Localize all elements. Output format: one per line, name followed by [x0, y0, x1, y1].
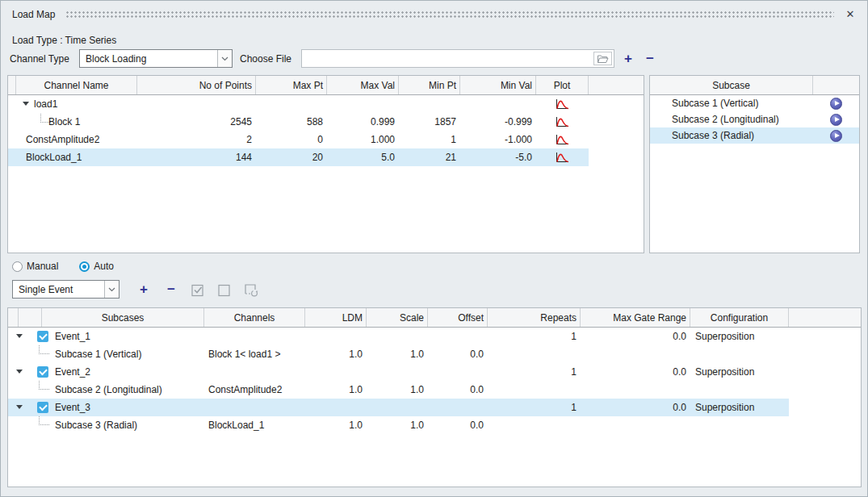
channel-name: load1	[34, 98, 57, 110]
col-empty	[589, 76, 644, 94]
channel-ref: ConstAmplitude2	[204, 384, 305, 395]
subcase-label: Subcase 3 (Radial)	[55, 420, 137, 431]
col-max-pt: Max Pt	[256, 76, 327, 94]
subcase-label: Subcase 1 (Vertical)	[55, 349, 141, 360]
col-max-gate-range: Max Gate Range	[581, 308, 690, 327]
plot-curve-icon[interactable]	[556, 152, 569, 163]
channels-table-header: Channel Name No of Points Max Pt Max Val…	[8, 76, 644, 95]
event-row[interactable]: Event_2 1 0.0 Superposition	[8, 363, 789, 381]
choose-file-input[interactable]	[301, 49, 614, 68]
table-row[interactable]: Block 1 2545 588 0.999 1857 -0.999	[8, 113, 589, 131]
play-icon[interactable]	[830, 130, 842, 142]
channel-name: Block 1	[48, 116, 80, 127]
header-checkbox-gutter	[19, 308, 42, 327]
event-row-selected[interactable]: Event_3 1 0.0 Superposition	[8, 399, 789, 416]
event-type-value: Single Event	[13, 284, 104, 295]
col-channels: Channels	[204, 308, 305, 327]
remove-event-button[interactable]: −	[161, 280, 181, 298]
load-map-dialog: Load Map ✕ Load Type : Time Series Chann…	[0, 0, 868, 497]
subcase-table: Subcase Subcase 1 (Vertical) Subcase 2 (…	[649, 75, 860, 253]
channel-name: BlockLoad_1	[26, 152, 82, 163]
header-expander-gutter	[8, 308, 19, 327]
table-row-selected[interactable]: BlockLoad_1 144 20 5.0 21 -5.0	[8, 148, 589, 166]
col-empty	[813, 76, 859, 94]
tree-expander-icon[interactable]	[16, 334, 23, 338]
event-row[interactable]: Event_1 1 0.0 Superposition	[8, 328, 789, 345]
radio-manual[interactable]: Manual	[12, 261, 58, 272]
subcase-name: Subcase 2 (Longitudinal)	[650, 114, 813, 125]
col-channel-name: Channel Name	[16, 76, 137, 94]
channel-name: ConstAmplitude2	[26, 134, 99, 145]
subcase-row[interactable]: Subcase 1 (Vertical)	[650, 95, 859, 111]
subcase-name: Subcase 1 (Vertical)	[650, 98, 813, 109]
col-min-pt: Min Pt	[399, 76, 460, 94]
tree-connector	[39, 381, 49, 390]
event-type-dropdown[interactable]: Single Event	[12, 280, 120, 299]
subcase-row[interactable]: Subcase 2 (Longitudinal)	[650, 111, 859, 127]
event-subcase-row[interactable]: Subcase 3 (Radial) BlockLoad_1 1.0 1.0 0…	[8, 416, 789, 434]
event-label: Event_1	[55, 331, 90, 342]
tree-expander-icon[interactable]	[23, 102, 29, 106]
event-checkbox-checked[interactable]	[37, 366, 48, 378]
col-subcase: Subcase	[650, 76, 813, 94]
file-path-field[interactable]	[302, 50, 598, 67]
col-offset: Offset	[428, 308, 488, 327]
choose-file-label: Choose File	[240, 53, 291, 65]
event-label: Event_3	[55, 402, 90, 413]
radio-auto[interactable]: Auto	[79, 261, 114, 272]
tree-connector	[39, 416, 49, 425]
radio-off-icon[interactable]	[12, 261, 23, 272]
tree-connector	[39, 345, 49, 354]
col-ldm: LDM	[305, 308, 367, 327]
col-plot: Plot	[536, 76, 589, 94]
subcase-label: Subcase 2 (Longitudinal)	[55, 384, 162, 395]
plot-curve-icon[interactable]	[556, 134, 569, 145]
radio-manual-label: Manual	[27, 261, 58, 272]
header-expander-gutter	[8, 76, 16, 94]
load-type-label: Load Type : Time Series	[12, 35, 116, 46]
event-subcase-row[interactable]: Subcase 2 (Longitudinal) ConstAmplitude2…	[8, 381, 789, 399]
channel-ref: BlockLoad_1	[204, 420, 305, 431]
remove-channel-button[interactable]: −	[641, 49, 659, 67]
play-icon[interactable]	[830, 114, 842, 126]
table-row[interactable]: ConstAmplitude2 2 0 1.000 1 -1.000	[8, 131, 589, 148]
events-table: Subcases Channels LDM Scale Offset Repea…	[7, 307, 862, 487]
add-event-button[interactable]: +	[134, 280, 153, 298]
folder-open-icon	[597, 54, 609, 64]
col-configuration: Configuration	[690, 308, 789, 327]
radio-auto-label: Auto	[94, 261, 114, 272]
event-label: Event_2	[55, 366, 90, 378]
channel-ref: Block 1< load1 >	[204, 349, 305, 360]
uncheck-all-icon[interactable]	[216, 282, 233, 297]
chevron-down-icon[interactable]	[217, 50, 232, 67]
col-repeats: Repeats	[488, 308, 581, 327]
drag-handle-dots[interactable]	[65, 10, 834, 19]
event-checkbox-checked[interactable]	[37, 402, 48, 413]
tree-expander-icon[interactable]	[16, 370, 23, 374]
radio-on-icon[interactable]	[79, 261, 90, 272]
channels-table: Channel Name No of Points Max Pt Max Val…	[7, 75, 644, 253]
col-subcases: Subcases	[42, 308, 204, 327]
plot-curve-icon[interactable]	[556, 116, 569, 127]
events-table-header: Subcases Channels LDM Scale Offset Repea…	[8, 308, 861, 328]
channel-type-dropdown[interactable]: Block Loading	[79, 49, 233, 68]
col-empty	[789, 308, 861, 327]
toggle-check-state-icon[interactable]	[242, 282, 262, 298]
tree-expander-icon[interactable]	[16, 405, 23, 409]
subcase-row-selected[interactable]: Subcase 3 (Radial)	[650, 127, 859, 144]
add-channel-button[interactable]: +	[619, 49, 637, 67]
play-icon[interactable]	[830, 98, 842, 110]
subcase-name: Subcase 3 (Radial)	[650, 130, 813, 141]
browse-file-button[interactable]	[593, 52, 612, 65]
close-icon[interactable]: ✕	[841, 6, 859, 22]
event-checkbox-checked[interactable]	[37, 331, 48, 342]
event-subcase-row[interactable]: Subcase 1 (Vertical) Block 1< load1 > 1.…	[8, 345, 789, 363]
col-min-val: Min Val	[460, 76, 536, 94]
col-max-val: Max Val	[327, 76, 399, 94]
channel-type-value: Block Loading	[80, 53, 217, 65]
chevron-down-icon[interactable]	[104, 281, 119, 298]
col-scale: Scale	[367, 308, 428, 327]
table-row[interactable]: load1	[8, 95, 589, 113]
check-all-icon[interactable]	[190, 282, 206, 297]
plot-curve-icon[interactable]	[556, 98, 569, 110]
